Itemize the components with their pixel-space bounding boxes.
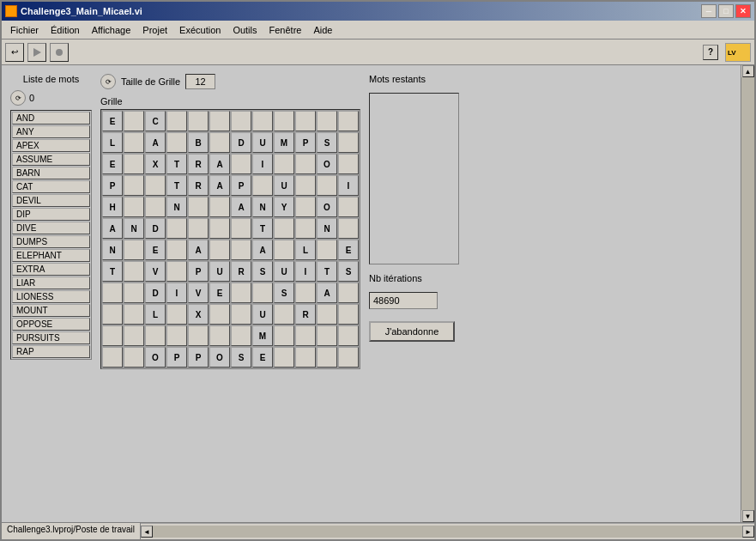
grid-cell: [338, 347, 359, 368]
grid-cell: [338, 197, 359, 217]
grid-cell: [274, 325, 294, 346]
list-item[interactable]: ANY: [12, 125, 90, 138]
list-item[interactable]: BARN: [12, 167, 90, 179]
close-button[interactable]: ✕: [735, 4, 751, 18]
grid-cell: [209, 132, 230, 153]
menu-affichage[interactable]: Affichage: [87, 24, 136, 36]
maximize-button[interactable]: □: [718, 4, 734, 18]
menu-execution[interactable]: Exécution: [174, 24, 226, 36]
menu-fenetre[interactable]: Fenêtre: [264, 24, 307, 36]
menu-fichier[interactable]: Fichier: [5, 24, 44, 36]
spinner-icon[interactable]: ⟳: [10, 90, 26, 106]
app-icon: [5, 5, 17, 17]
grid-cell: [295, 283, 316, 303]
list-item[interactable]: AND: [12, 112, 90, 125]
scroll-track-vertical[interactable]: [741, 77, 754, 510]
list-item[interactable]: ASSUME: [12, 153, 90, 166]
nb-iterations-label: Nb itérations: [369, 273, 463, 283]
list-item[interactable]: DIP: [12, 208, 90, 221]
grid-cell: A: [252, 240, 273, 260]
grid-cell: [124, 240, 144, 260]
grid-cell: [124, 261, 144, 282]
list-item[interactable]: LIONESS: [12, 290, 90, 303]
grid-cell: R: [231, 261, 251, 282]
grid-cell: [209, 218, 230, 239]
grid-cell: T: [317, 261, 337, 282]
grid-cell: T: [102, 261, 123, 282]
taille-label: Taille de Grille: [121, 76, 180, 87]
run-button[interactable]: [27, 43, 46, 62]
project-path: Challenge3.lvproj/Poste de travail: [2, 523, 141, 539]
grid-cell: [295, 325, 316, 346]
grid-cell: I: [338, 175, 359, 196]
scroll-left-button[interactable]: ◄: [141, 526, 153, 538]
grid-cell: [338, 154, 359, 174]
grid-cell: [209, 240, 230, 260]
help-button[interactable]: ?: [703, 45, 718, 60]
grid-cell: [231, 304, 251, 325]
window-title: Challenge3_Main_Micael.vi: [21, 6, 142, 16]
menu-projet[interactable]: Projet: [137, 24, 172, 36]
taille-row: ⟳ Taille de Grille: [100, 74, 360, 89]
right-panel: Mots restants Nb itérations J'abandonne: [369, 74, 463, 514]
list-item[interactable]: MOUNT: [12, 304, 90, 317]
minimize-button[interactable]: ─: [701, 4, 717, 18]
grid-cell: [338, 325, 359, 346]
word-list: ANDANYAPEXASSUMEBARNCATDEVILDIPDIVEDUMPS…: [10, 110, 92, 360]
list-item[interactable]: DIVE: [12, 222, 90, 234]
grid-cell: N: [317, 218, 337, 239]
grid-container: ECLABDUMPSEXTRAIOPTRAPUIHNANYOANDTNNEAAL…: [100, 109, 360, 369]
list-item[interactable]: DEVIL: [12, 194, 90, 207]
abandon-button[interactable]: J'abandonne: [369, 321, 455, 342]
grid-cell: N: [166, 197, 187, 217]
left-panel: Liste de mots ⟳ 0 ANDANYAPEXASSUMEBARNCA…: [10, 74, 92, 514]
grid-cell: D: [231, 132, 251, 153]
scroll-up-button[interactable]: ▲: [742, 65, 754, 77]
grid-cell: E: [252, 347, 273, 368]
taille-spinner-icon[interactable]: ⟳: [100, 74, 116, 89]
grid-cell: [338, 283, 359, 303]
stop-button[interactable]: [50, 43, 69, 62]
arrow-button[interactable]: ↩: [5, 43, 24, 62]
taille-input[interactable]: [185, 74, 215, 89]
list-item[interactable]: CAT: [12, 180, 90, 193]
grid-cell: P: [166, 347, 187, 368]
list-item[interactable]: LIAR: [12, 277, 90, 289]
grid-cell: X: [188, 304, 209, 325]
list-item[interactable]: RAP: [12, 345, 90, 358]
grid-cell: [274, 304, 294, 325]
grid-cell: Y: [274, 197, 294, 217]
grid-cell: A: [209, 154, 230, 174]
scroll-right-button[interactable]: ►: [742, 526, 754, 538]
grid-cell: [295, 218, 316, 239]
grid-cell: [124, 347, 144, 368]
toolbar: ↩ ? LV: [2, 40, 754, 65]
nb-iterations-input[interactable]: [369, 292, 438, 309]
menu-outils[interactable]: Outils: [227, 24, 262, 36]
grid-cell: [124, 175, 144, 196]
grid-cell: [252, 283, 273, 303]
grid-cell: [166, 304, 187, 325]
list-item[interactable]: DUMPS: [12, 235, 90, 248]
list-item[interactable]: OPPOSE: [12, 318, 90, 331]
grid-cell: [338, 304, 359, 325]
scroll-track-horizontal[interactable]: [153, 526, 742, 538]
scroll-down-button[interactable]: ▼: [742, 510, 754, 522]
list-item[interactable]: ELEPHANT: [12, 249, 90, 262]
grid-cell: L: [145, 304, 166, 325]
list-item[interactable]: PURSUITS: [12, 331, 90, 344]
grid-cell: U: [252, 304, 273, 325]
title-bar: Challenge3_Main_Micael.vi ─ □ ✕: [2, 2, 754, 21]
menu-edition[interactable]: Édition: [45, 24, 85, 36]
grid-cell: [295, 347, 316, 368]
middle-panel: ⟳ Taille de Grille Grille ECLABDUMPSEXTR…: [100, 74, 360, 514]
grid-cell: R: [295, 304, 316, 325]
list-item[interactable]: APEX: [12, 139, 90, 152]
grid-cell: I: [166, 283, 187, 303]
grid-cell: [188, 111, 209, 131]
menu-aide[interactable]: Aide: [308, 24, 337, 36]
list-item[interactable]: EXTRA: [12, 263, 90, 276]
grid-cell: [102, 304, 123, 325]
grid-cell: P: [102, 175, 123, 196]
grid-cell: O: [317, 154, 337, 174]
